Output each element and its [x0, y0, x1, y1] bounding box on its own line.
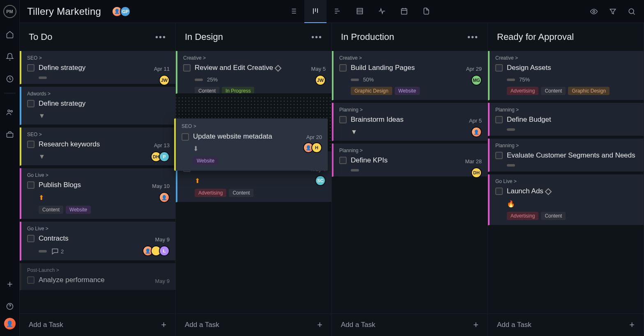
comments-icon[interactable]: 2	[51, 247, 64, 255]
task-card[interactable]: Post-Launch >Analyze performanceMay 9	[20, 263, 175, 290]
task-checkbox[interactable]	[27, 235, 34, 242]
add-task-button[interactable]: Add a Task+	[488, 313, 644, 336]
tag[interactable]: Content	[541, 87, 566, 95]
tag[interactable]: Advertising	[195, 189, 226, 197]
rail-divider	[4, 93, 16, 93]
task-checkbox[interactable]	[27, 141, 34, 148]
avatar[interactable]: GP	[120, 6, 131, 17]
task-checkbox[interactable]	[495, 64, 503, 72]
task-checkbox[interactable]	[182, 133, 189, 141]
tag[interactable]: Graphic Design	[351, 87, 392, 95]
bell-icon[interactable]	[4, 51, 16, 63]
plus-icon: +	[161, 320, 166, 330]
avatar[interactable]: 👤	[159, 192, 170, 203]
task-card[interactable]: Adwords >Define strategy▼	[20, 87, 175, 125]
task-checkbox[interactable]	[27, 64, 34, 72]
task-card[interactable]: Planning >Define Budget	[488, 103, 644, 136]
tag[interactable]: Graphic Design	[568, 87, 610, 95]
task-checkbox[interactable]	[495, 116, 503, 123]
calendar-view-icon[interactable]	[393, 0, 415, 23]
tag[interactable]: Website	[66, 206, 91, 214]
column-more-icon[interactable]: •••	[467, 32, 478, 42]
task-card[interactable]: SEO >Research keywordsApr 13DHP▼	[20, 127, 175, 166]
gantt-view-icon[interactable]	[327, 0, 349, 23]
column-more-icon[interactable]: •••	[311, 32, 322, 42]
filter-icon[interactable]	[608, 7, 618, 16]
activity-view-icon[interactable]	[371, 0, 393, 23]
card-meta: ▼	[351, 128, 482, 136]
task-checkbox[interactable]	[183, 64, 191, 72]
tag[interactable]: In Progress	[222, 87, 254, 94]
tag[interactable]: Advertising	[507, 87, 538, 95]
task-checkbox[interactable]	[495, 152, 503, 159]
task-card[interactable]: Go Live >Launch Ads🔥AdvertisingContent	[488, 174, 644, 225]
avatar[interactable]: H	[311, 142, 322, 153]
board-view-icon[interactable]	[304, 0, 327, 23]
task-card[interactable]: Planning >Brainstorm IdeasApr 5👤▼	[332, 103, 488, 141]
tag[interactable]: Content	[195, 87, 219, 94]
sheet-view-icon[interactable]	[349, 0, 371, 23]
task-checkbox[interactable]	[339, 157, 347, 164]
avatar[interactable]: SC	[315, 175, 326, 186]
card-category: Creative >	[339, 55, 482, 61]
card-title: Launch Ads	[507, 187, 638, 196]
avatar[interactable]: 👤	[471, 127, 482, 137]
home-icon[interactable]	[4, 29, 16, 40]
avatar[interactable]: JW	[315, 75, 326, 86]
add-icon[interactable]	[4, 278, 16, 290]
task-checkbox[interactable]	[339, 64, 347, 72]
card-tags: AdvertisingContentGraphic Design	[507, 87, 638, 95]
task-checkbox[interactable]	[27, 181, 34, 189]
tag[interactable]: Website	[395, 87, 420, 95]
avatar[interactable]: MG	[471, 75, 482, 86]
task-checkbox[interactable]	[339, 116, 347, 123]
user-avatar[interactable]: 👤	[4, 318, 16, 329]
tag[interactable]: Advertising	[507, 212, 538, 220]
task-card[interactable]: Creative >Build Landing PagesApr 29MG50%…	[332, 51, 488, 100]
task-checkbox[interactable]	[27, 276, 34, 284]
card-category: Planning >	[495, 107, 638, 113]
column-more-icon[interactable]: •••	[155, 32, 166, 42]
card-category: Creative >	[495, 55, 638, 61]
add-task-button[interactable]: Add a Task+	[176, 313, 331, 336]
column-title: Ready for Approval	[497, 32, 574, 42]
search-icon[interactable]	[627, 7, 637, 16]
progress-pct: 50%	[363, 76, 374, 83]
clock-icon[interactable]	[4, 73, 16, 85]
task-card[interactable]: Creative >Review and Edit CreativeMay 5J…	[176, 51, 331, 94]
task-card[interactable]: Creative >Design Assets75%AdvertisingCon…	[488, 51, 644, 100]
eye-icon[interactable]	[589, 7, 599, 16]
task-checkbox[interactable]	[27, 100, 34, 107]
list-view-icon[interactable]	[282, 0, 304, 23]
task-checkbox[interactable]	[495, 188, 503, 195]
board-column: To Do•••SEO >Define strategyApr 11JWAdwo…	[20, 23, 176, 336]
briefcase-icon[interactable]	[4, 129, 16, 140]
people-icon[interactable]	[4, 107, 16, 118]
card-category: Post-Launch >	[27, 267, 170, 273]
app-logo[interactable]: PM	[3, 5, 16, 18]
avatar[interactable]: JW	[159, 75, 170, 86]
task-card[interactable]: Go Live >Publish BlogsMay 10👤⬆ContentWeb…	[20, 168, 175, 219]
tag[interactable]: Website	[193, 157, 218, 165]
progress-pct: 25%	[207, 76, 218, 83]
project-members[interactable]: 👤 GP	[112, 6, 131, 17]
progress-bar	[507, 164, 515, 167]
tag[interactable]: Content	[39, 206, 63, 214]
avatar[interactable]: P	[159, 151, 170, 162]
task-card[interactable]: Planning >Evaluate Customer Segments and…	[488, 139, 644, 172]
card-title: Define KPIs	[351, 156, 482, 165]
tag[interactable]: Content	[229, 189, 253, 197]
avatar[interactable]: L	[159, 246, 170, 256]
board-column: In Production•••Creative >Build Landing …	[332, 23, 488, 336]
help-icon[interactable]	[4, 301, 16, 312]
progress-bar	[39, 76, 47, 79]
tag[interactable]: Content	[541, 212, 566, 220]
add-task-button[interactable]: Add a Task+	[332, 313, 488, 336]
task-card[interactable]: Planning >Define KPIsMar 28DH	[332, 144, 488, 177]
task-card[interactable]: SEO >Define strategyApr 11JW	[20, 51, 175, 84]
dragged-card[interactable]: SEO >Update website metadataApr 20👤H⬇Web…	[174, 118, 328, 171]
task-card[interactable]: Go Live >ContractsMay 9👤L 2	[20, 222, 175, 261]
add-task-button[interactable]: Add a Task+	[20, 313, 175, 336]
files-view-icon[interactable]	[415, 0, 437, 23]
avatar[interactable]: DH	[471, 167, 482, 178]
